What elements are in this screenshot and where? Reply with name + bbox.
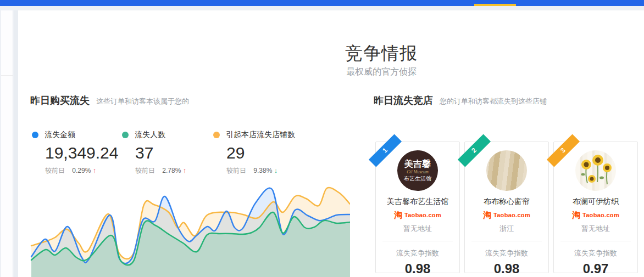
legend-label: 引起本店流失店铺数	[226, 130, 295, 140]
rank-ribbon: 3	[547, 134, 580, 167]
platform-line: 淘 Taobao.com	[554, 211, 637, 219]
trend-up-icon: ↑	[183, 166, 187, 174]
stat-loss-shops: 引起本店流失店铺数 29 较前日 9.38% ↓	[213, 130, 318, 176]
legend-dot-icon	[32, 132, 38, 138]
card-divider	[382, 241, 453, 241]
competitor-subtitle: 您的订单和访客都流失到这些店铺	[440, 97, 547, 105]
shop-name[interactable]: 布布称心窗帘	[465, 197, 548, 207]
stat-change: 较前日 9.38% ↓	[226, 166, 318, 176]
top-nav-bar	[0, 0, 644, 6]
change-percent: 9.38%	[253, 167, 272, 174]
taobao-icon: 淘	[394, 211, 402, 219]
stat-loss-amount: 流失金额 19,349.24 较前日 0.29% ↑	[32, 130, 136, 176]
legend-loss-amount[interactable]: 流失金额	[32, 130, 136, 140]
legend-dot-icon	[213, 132, 220, 138]
trend-up-icon: ↑	[93, 166, 97, 174]
legend-label: 流失金额	[45, 130, 75, 140]
compare-label: 较前日	[45, 167, 65, 174]
change-percent: 2.78%	[162, 167, 181, 174]
purchase-loss-subtitle: 这些订单和访客本该属于您的	[96, 97, 189, 105]
card-divider	[471, 241, 542, 241]
sunflower-pattern	[575, 150, 616, 191]
shop-location: 暂无地址	[376, 224, 459, 234]
legend-dot-icon	[122, 132, 129, 138]
loss-trend-chart[interactable]	[30, 183, 350, 277]
taobao-label: Taobao.com	[404, 212, 441, 218]
index-value: 0.98	[376, 261, 459, 276]
sidebar-gutter	[14, 10, 18, 277]
stat-loss-people: 流失人数 37 较前日 2.78% ↑	[122, 130, 226, 176]
taobao-label: Taobao.com	[493, 212, 530, 218]
page-subtitle: 最权威的官方侦探	[346, 66, 417, 78]
loss-trend-chart-canvas	[30, 183, 350, 277]
competitor-title: 昨日流失竞店	[374, 95, 433, 106]
card-divider	[560, 241, 631, 241]
shop-location: 暂无地址	[554, 224, 637, 234]
legend-loss-shops[interactable]: 引起本店流失店铺数	[213, 130, 318, 140]
rank-ribbon: 1	[369, 134, 402, 167]
platform-line: 淘 Taobao.com	[465, 211, 548, 219]
platform-line: 淘 Taobao.com	[376, 211, 459, 219]
avatar-text: 美吉馨	[404, 159, 431, 169]
purchase-loss-section-header: 昨日购买流失这些订单和访客本该属于您的	[30, 94, 189, 107]
change-percent: 0.29%	[72, 167, 91, 174]
competition-intel-panel: 竞争情报 最权威的官方侦探 昨日购买流失这些订单和访客本该属于您的 流失金额 1…	[18, 10, 644, 277]
competitor-card-2[interactable]: 2 布布称心窗帘 淘 Taobao.com 浙江 流失竞争指数 0.98	[464, 142, 549, 273]
trend-down-icon: ↓	[274, 166, 278, 174]
legend-loss-people[interactable]: 流失人数	[122, 130, 226, 140]
compare-label: 较前日	[226, 167, 246, 174]
purchase-loss-title: 昨日购买流失	[30, 95, 90, 106]
shop-name[interactable]: 美吉馨布艺生活馆	[376, 197, 459, 207]
legend-label: 流失人数	[135, 130, 165, 140]
competitor-cards-row: 1 美吉馨 Gil Museum 布艺生活馆 美吉馨布艺生活馆 淘 Taobao…	[375, 142, 638, 273]
shop-avatar: 美吉馨 Gil Museum 布艺生活馆	[397, 150, 438, 191]
competitor-card-3[interactable]: 3 布澜可伊纺织 淘	[553, 142, 638, 273]
index-label: 流失竞争指数	[376, 248, 459, 258]
avatar-text: Gil Museum	[407, 169, 428, 175]
collapsed-sidebar	[1, 10, 13, 277]
stat-value: 29	[226, 144, 318, 162]
active-tab-indicator[interactable]	[474, 4, 516, 6]
shop-avatar	[486, 150, 527, 191]
taobao-label: Taobao.com	[582, 212, 619, 218]
sidebar-divider	[1, 75, 13, 76]
taobao-icon: 淘	[572, 211, 580, 219]
index-label: 流失竞争指数	[465, 248, 548, 258]
page-title: 竞争情报	[345, 42, 418, 66]
shop-name[interactable]: 布澜可伊纺织	[554, 197, 637, 207]
index-value: 0.97	[554, 261, 637, 276]
taobao-icon: 淘	[483, 211, 491, 219]
rank-ribbon: 2	[458, 134, 491, 167]
competitor-section-header: 昨日流失竞店您的订单和访客都流失到这些店铺	[374, 94, 547, 107]
compare-label: 较前日	[135, 167, 155, 174]
index-value: 0.98	[465, 261, 548, 276]
index-label: 流失竞争指数	[554, 248, 637, 258]
shop-avatar	[575, 150, 616, 191]
competitor-card-1[interactable]: 1 美吉馨 Gil Museum 布艺生活馆 美吉馨布艺生活馆 淘 Taobao…	[375, 142, 460, 273]
shop-location: 浙江	[465, 224, 548, 234]
avatar-text: 布艺生活馆	[404, 175, 431, 182]
